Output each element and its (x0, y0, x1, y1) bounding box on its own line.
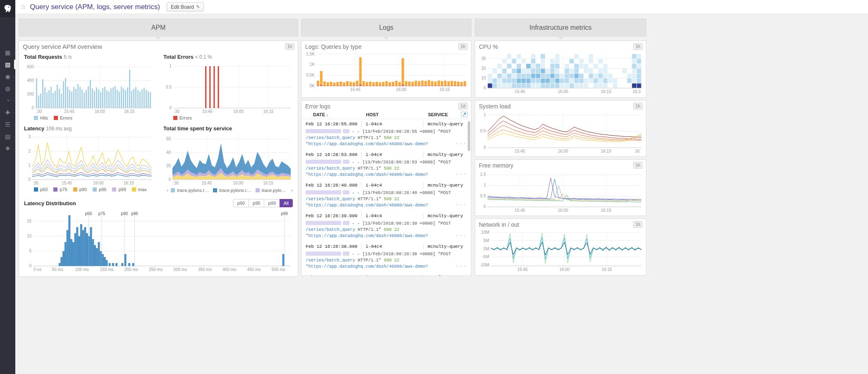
legend-item[interactable]: p50 (34, 187, 48, 192)
metrics-icon: ▧ (5, 61, 10, 68)
datadog-logo[interactable] (0, 0, 15, 17)
legend-label: Errors (60, 115, 72, 120)
svg-text:0.5: 0.5 (166, 85, 172, 89)
svg-text:16:15: 16:15 (601, 149, 611, 153)
widget-error-logs: Error logs 1d DATE ↓ HOST SERVICE ↗ Feb … (301, 100, 471, 276)
svg-text:0.5K: 0.5K (306, 73, 315, 77)
timeframe-badge[interactable]: 1h (285, 43, 294, 50)
timeframe-badge[interactable]: 1h (633, 103, 643, 110)
time-spent-chart[interactable]: 0204060:3015:4516:0016:15 (163, 133, 293, 185)
total-errors-chart[interactable]: 00.51:3015:4516:0016:15 (163, 62, 293, 114)
svg-text:0: 0 (168, 177, 171, 182)
legend-item[interactable]: trace.pylons.reque... (171, 188, 210, 193)
edit-board-button[interactable]: Edit Board ✎ (167, 2, 204, 12)
group-logs: Logs Logs: Queries by type 1h 0K0.5K1K1.… (301, 19, 471, 278)
row-options-icon[interactable]: ··· (455, 202, 467, 209)
graph-icon: ◉ (5, 73, 10, 80)
log-row[interactable]: Feb 12 16:28:53.000i-04c4mcnulty-query- … (301, 150, 471, 180)
sidebar-item-apm[interactable]: ◔› (0, 94, 15, 106)
legend-item[interactable]: Hits (34, 115, 48, 120)
legend-item[interactable]: Errors (54, 115, 72, 120)
legend-item[interactable]: p90 (73, 187, 87, 192)
legend-item[interactable]: max (132, 187, 147, 192)
log-row[interactable]: Feb 12 16:26:39.000i-04c4mcnulty-query- … (301, 211, 471, 242)
group-header-infrastructure[interactable]: Infrastructure metrics (475, 19, 646, 36)
sidebar: ▦›▧›◉›◍›◔›✚›☰›▤›❖› (0, 0, 15, 374)
svg-text:16:00: 16:00 (233, 109, 244, 114)
timeframe-badge[interactable]: 1h (458, 43, 468, 50)
system-load-chart[interactable]: 00.5115:4516:0016:1516: (478, 111, 643, 153)
percentile-button-p95[interactable]: p95 (249, 199, 264, 207)
svg-text:0: 0 (169, 105, 172, 110)
cpu-heatmap-chart[interactable]: 010203015:4516:0016:1516:3 (478, 51, 643, 94)
legend-item[interactable]: trace.pylons.o... (256, 188, 287, 193)
log-row[interactable]: Feb 12 16:26:40.000i-04c4mcnulty-query- … (301, 180, 471, 211)
group-header-apm[interactable]: APM (19, 19, 298, 36)
svg-text:-5M: -5M (482, 254, 489, 259)
chart-title: Latency (24, 125, 44, 132)
timeframe-badge[interactable]: 1h (633, 43, 643, 50)
notebooks-icon: ▤ (5, 133, 10, 140)
svg-text::30: :30 (36, 109, 42, 114)
log-host: i-04c4 (361, 121, 423, 127)
sidebar-item-dashboards[interactable]: ▦› (0, 46, 15, 58)
column-service[interactable]: SERVICE (428, 112, 461, 117)
sidebar-item-monitors[interactable]: ◍› (0, 82, 15, 94)
row-options-icon[interactable]: ··· (455, 264, 467, 270)
logs-queries-chart[interactable]: 0K0.5K1K1.5K15:4516:0016:15 (304, 50, 469, 92)
latency-distribution-chart[interactable]: 0510150 ns50 ms100 ms150 ms200 ms250 ms3… (24, 210, 293, 272)
row-options-icon[interactable]: ··· (455, 233, 467, 239)
row-options-icon[interactable]: ··· (455, 141, 467, 147)
group-header-logs[interactable]: Logs (301, 19, 471, 36)
legend-label: p90 (79, 187, 87, 192)
column-date[interactable]: DATE ↓ (313, 112, 366, 117)
scrollbar-thumb[interactable] (468, 121, 470, 151)
svg-text:200: 200 (27, 92, 34, 96)
latency-distribution-panel: Latency Distribution p90p95p99All 051015… (24, 196, 293, 272)
sidebar-item-metrics[interactable]: ▧› (0, 58, 15, 70)
svg-text:450 ms: 450 ms (247, 267, 261, 272)
svg-text:1.5K: 1.5K (306, 52, 315, 56)
log-row[interactable]: Feb 12 16:26:37.000i-04c4mcnulty-query- … (301, 272, 471, 276)
sidebar-item-graph[interactable]: ◉› (0, 70, 15, 82)
log-date: Feb 12 16:28:53.000 (306, 152, 361, 158)
group-title: APM (151, 24, 166, 31)
legend-item[interactable]: Errors (173, 115, 192, 120)
pencil-icon: ✎ (196, 4, 200, 10)
chart-subtitle: 5 /s (64, 54, 72, 60)
timeframe-badge[interactable]: 1h (633, 162, 643, 169)
sidebar-item-logs[interactable]: ☰› (0, 118, 15, 130)
sidebar-item-notebooks[interactable]: ▤› (0, 130, 15, 142)
svg-text:15:45: 15:45 (201, 181, 212, 185)
favorite-star-icon[interactable]: ☆ (20, 3, 26, 11)
column-host[interactable]: HOST (366, 112, 428, 117)
latency-chart[interactable]: 0123:3015:4516:0016:15 (24, 133, 153, 185)
timeframe-badge[interactable]: 1h (633, 221, 643, 228)
open-in-new-icon[interactable]: ↗ (461, 112, 468, 117)
group-apm: APM Query service APM overview 1h Total … (19, 19, 298, 279)
chevron-right-icon: › (13, 62, 14, 66)
row-options-icon[interactable]: ··· (455, 172, 467, 178)
timeframe-badge[interactable]: 1d (458, 103, 468, 110)
legend-item[interactable]: p95 (93, 187, 106, 192)
log-row[interactable]: Feb 12 16:26:38.000i-04c4mcnulty-query- … (301, 242, 471, 272)
percentile-button-all[interactable]: All (280, 199, 293, 207)
legend-item[interactable]: trace.pylons.reque... (213, 188, 252, 193)
network-chart[interactable]: -10M-5M0M5M10M15:4516:0016:15 (478, 229, 643, 272)
percentile-button-p99[interactable]: p99 (264, 199, 280, 207)
svg-text:16:15: 16:15 (124, 109, 134, 114)
log-message-line3: "https://app.datadoghq.com/dash/46900/aw… (306, 172, 467, 178)
legend-swatch (256, 188, 260, 192)
sidebar-item-help[interactable]: ❖› (0, 142, 15, 154)
free-memory-chart[interactable]: 00.511.515:4516:0016:15 (478, 170, 643, 213)
sidebar-item-integrations[interactable]: ✚› (0, 106, 15, 118)
total-requests-chart[interactable]: 0200400600:3015:4516:0016:15 (24, 62, 153, 114)
legend-scroll-right-icon[interactable]: › (290, 187, 293, 193)
legend-scroll-left-icon[interactable]: ‹ (167, 187, 171, 193)
legend-item[interactable]: p75 (53, 187, 67, 192)
log-row[interactable]: Feb 12 16:28:55.000i-04c4mcnulty-query- … (301, 119, 471, 150)
legend-item[interactable]: p99 (112, 187, 126, 192)
legend-label: trace.pylons.o... (262, 188, 287, 193)
chevron-right-icon: › (13, 50, 14, 54)
percentile-button-p90[interactable]: p90 (233, 199, 249, 207)
